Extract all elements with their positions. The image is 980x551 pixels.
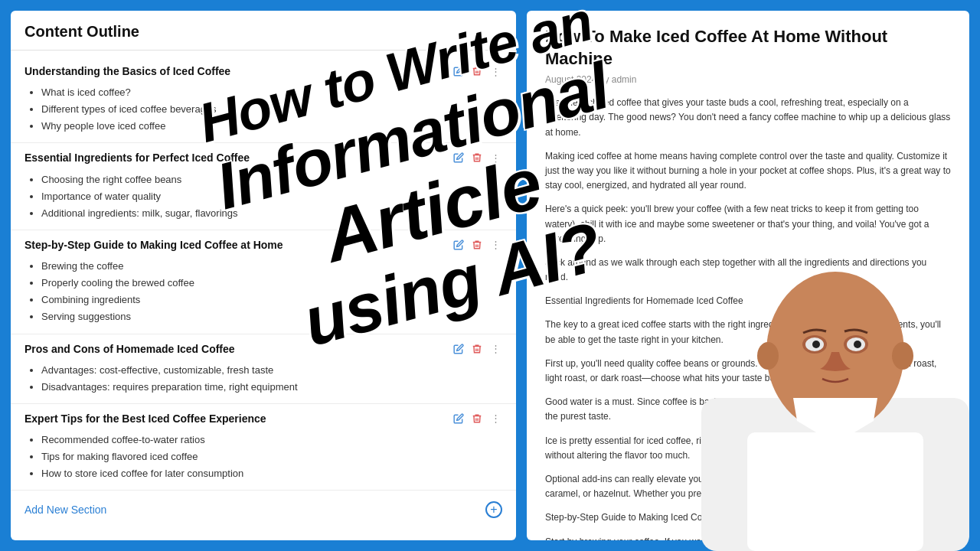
list-item: Why people love iced coffee bbox=[41, 118, 502, 135]
list-item: Choosing the right coffee beans bbox=[41, 171, 502, 188]
list-item: How to store iced coffee for later consu… bbox=[41, 465, 502, 482]
list-item: Properly cooling the brewed coffee bbox=[41, 275, 502, 292]
edit-icon[interactable] bbox=[452, 412, 466, 425]
section-title-1: Understanding the Basics of Iced Coffee bbox=[24, 64, 444, 78]
list-item: Recommended coffee-to-water ratios bbox=[41, 432, 502, 448]
section-header-2: Essential Ingredients for Perfect Iced C… bbox=[24, 151, 502, 165]
list-item: Different types of iced coffee beverages bbox=[41, 101, 502, 118]
section-title-2: Essential Ingredients for Perfect Iced C… bbox=[24, 151, 444, 165]
trash-icon[interactable] bbox=[470, 412, 484, 425]
outline-section-4: Pros and Cons of Homemade Iced Coffee⋮Ad… bbox=[11, 334, 516, 404]
trash-icon[interactable] bbox=[470, 342, 484, 356]
trash-icon[interactable] bbox=[470, 151, 484, 165]
trash-icon[interactable] bbox=[470, 64, 484, 78]
outline-section-2: Essential Ingredients for Perfect Iced C… bbox=[11, 143, 516, 230]
section-icons-3: ⋮ bbox=[452, 238, 502, 252]
article-paragraph: Imagine a chilled coffee that gives your… bbox=[545, 96, 951, 140]
section-icons-1: ⋮ bbox=[452, 64, 502, 78]
list-item: Additional ingredients: milk, sugar, fla… bbox=[41, 205, 502, 222]
article-paragraph: Making iced coffee at home means having … bbox=[545, 149, 951, 194]
edit-icon[interactable] bbox=[452, 342, 466, 356]
dots-icon[interactable]: ⋮ bbox=[488, 238, 502, 252]
svg-point-3 bbox=[757, 342, 779, 370]
left-panel: Content Outline Understanding the Basics… bbox=[11, 11, 516, 540]
list-item: What is iced coffee? bbox=[41, 84, 502, 101]
article-meta: August 2024 by admin bbox=[545, 74, 951, 85]
svg-point-4 bbox=[892, 342, 913, 370]
outline-content: Understanding the Basics of Iced Coffee⋮… bbox=[11, 51, 516, 537]
section-items-4: Advantages: cost-effective, customizable… bbox=[24, 362, 502, 396]
dots-icon[interactable]: ⋮ bbox=[488, 342, 502, 356]
list-item: Disadvantages: requires preparation time… bbox=[41, 379, 502, 396]
section-icons-5: ⋮ bbox=[452, 412, 502, 425]
section-items-1: What is iced coffee?Different types of i… bbox=[24, 84, 502, 135]
section-header-3: Step-by-Step Guide to Making Iced Coffee… bbox=[24, 238, 502, 252]
article-title: How To Make Iced Coffee At Home Without … bbox=[545, 26, 951, 70]
outline-section-5: Expert Tips for the Best Iced Coffee Exp… bbox=[11, 404, 516, 491]
section-header-4: Pros and Cons of Homemade Iced Coffee⋮ bbox=[24, 342, 502, 356]
list-item: Advantages: cost-effective, customizable… bbox=[41, 362, 502, 379]
section-header-1: Understanding the Basics of Iced Coffee⋮ bbox=[24, 64, 502, 78]
person-svg bbox=[701, 245, 969, 551]
svg-point-10 bbox=[854, 341, 861, 348]
plus-icon[interactable]: + bbox=[485, 501, 502, 518]
outline-section-3: Step-by-Step Guide to Making Iced Coffee… bbox=[11, 230, 516, 334]
dots-icon[interactable]: ⋮ bbox=[488, 64, 502, 78]
edit-icon[interactable] bbox=[452, 238, 466, 252]
section-items-3: Brewing the coffeeProperly cooling the b… bbox=[24, 258, 502, 325]
sections-container: Understanding the Basics of Iced Coffee⋮… bbox=[11, 57, 516, 491]
edit-icon[interactable] bbox=[452, 151, 466, 165]
svg-point-9 bbox=[812, 341, 820, 348]
add-section-label: Add New Section bbox=[24, 504, 106, 516]
add-section-button[interactable]: Add New Section + bbox=[11, 491, 516, 529]
dots-icon[interactable]: ⋮ bbox=[488, 412, 502, 425]
list-item: Serving suggestions bbox=[41, 308, 502, 325]
outline-header: Content Outline bbox=[11, 11, 516, 51]
article-paragraph: Here's a quick peek: you'll brew your co… bbox=[545, 202, 951, 246]
person-overlay bbox=[701, 245, 969, 551]
section-header-5: Expert Tips for the Best Iced Coffee Exp… bbox=[24, 412, 502, 425]
section-title-3: Step-by-Step Guide to Making Iced Coffee… bbox=[24, 238, 444, 252]
list-item: Brewing the coffee bbox=[41, 258, 502, 275]
section-items-2: Choosing the right coffee beansImportanc… bbox=[24, 171, 502, 222]
list-item: Tips for making flavored iced coffee bbox=[41, 448, 502, 465]
trash-icon[interactable] bbox=[470, 238, 484, 252]
outline-section-1: Understanding the Basics of Iced Coffee⋮… bbox=[11, 57, 516, 143]
list-item: Combining ingredients bbox=[41, 292, 502, 308]
section-icons-4: ⋮ bbox=[452, 342, 502, 356]
dots-icon[interactable]: ⋮ bbox=[488, 151, 502, 165]
section-title-4: Pros and Cons of Homemade Iced Coffee bbox=[24, 342, 444, 356]
section-icons-2: ⋮ bbox=[452, 151, 502, 165]
list-item: Importance of water quality bbox=[41, 188, 502, 205]
svg-rect-11 bbox=[747, 432, 923, 551]
edit-icon[interactable] bbox=[452, 64, 466, 78]
section-title-5: Expert Tips for the Best Iced Coffee Exp… bbox=[24, 412, 444, 425]
section-items-5: Recommended coffee-to-water ratiosTips f… bbox=[24, 432, 502, 482]
